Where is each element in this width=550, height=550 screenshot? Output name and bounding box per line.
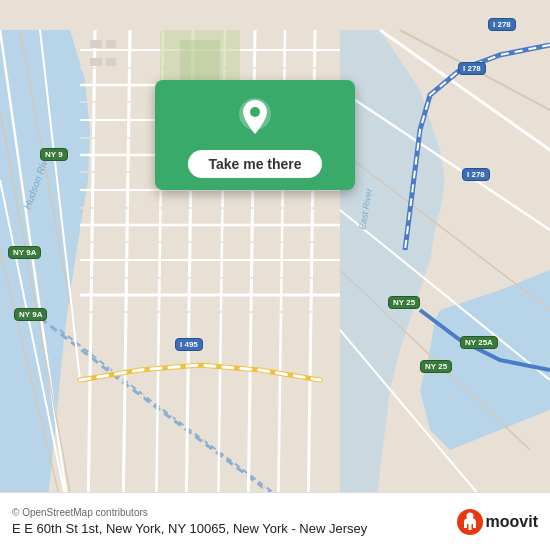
address-text: E E 60th St 1st, New York, NY 10065, New… (12, 521, 448, 536)
moovit-label: moovit (486, 513, 538, 531)
svg-rect-49 (106, 40, 116, 48)
shield-i278-top: I 278 (488, 18, 516, 31)
svg-rect-50 (90, 58, 102, 66)
shield-i495: I 495 (175, 338, 203, 351)
location-pin-icon (233, 96, 277, 140)
moovit-logo: moovit (456, 508, 538, 536)
shield-i278-mid: I 278 (458, 62, 486, 75)
shield-i278-lower: I 278 (462, 168, 490, 181)
svg-rect-47 (180, 40, 220, 80)
shield-ny25-lower: NY 25 (420, 360, 452, 373)
attribution-text: © OpenStreetMap contributors (12, 507, 448, 518)
shield-ny9: NY 9 (40, 148, 68, 161)
svg-point-55 (250, 107, 260, 117)
svg-rect-48 (90, 40, 102, 48)
address-section: © OpenStreetMap contributors E E 60th St… (12, 507, 448, 536)
location-card[interactable]: Take me there (155, 80, 355, 190)
shield-ny9a-upper: NY 9A (8, 246, 41, 259)
shield-ny25a: NY 25A (460, 336, 498, 349)
take-me-there-button[interactable]: Take me there (188, 150, 321, 178)
shield-ny9a-lower: NY 9A (14, 308, 47, 321)
bottom-bar: © OpenStreetMap contributors E E 60th St… (0, 492, 550, 550)
moovit-icon (456, 508, 484, 536)
map-container: Hudson River East River I 278 I 278 I 27… (0, 0, 550, 550)
shield-ny25: NY 25 (388, 296, 420, 309)
svg-rect-51 (106, 58, 116, 66)
